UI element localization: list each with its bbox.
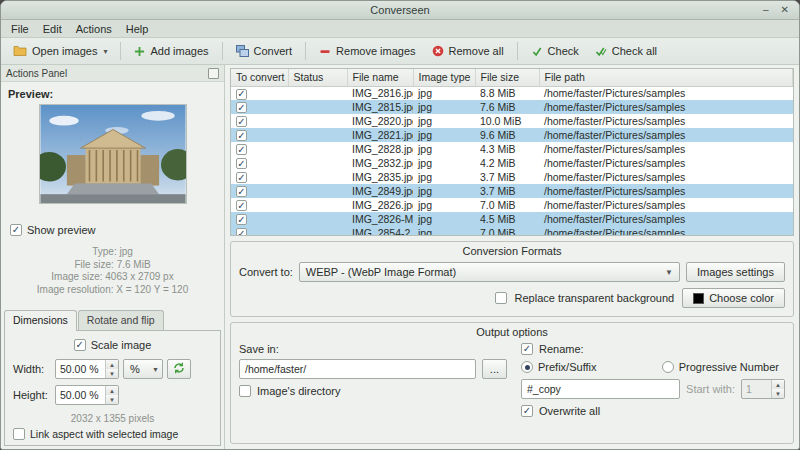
result-pixels-label: 2032 x 1355 pixels [13, 413, 212, 424]
file-row[interactable]: IMG_2849.jpgjpg3.7 MiB/home/faster/Pictu… [231, 184, 793, 198]
add-images-button[interactable]: Add images [127, 42, 215, 60]
tab-dimensions[interactable]: Dimensions [4, 310, 77, 331]
minimize-button[interactable]: – [763, 5, 769, 15]
prefix-suffix-radio[interactable] [521, 361, 533, 373]
spin-down-icon[interactable]: ▼ [772, 389, 784, 398]
to-convert-checkbox[interactable] [236, 172, 247, 183]
progressive-number-radio[interactable] [662, 361, 674, 373]
spin-up-icon[interactable]: ▲ [106, 360, 118, 369]
file-row[interactable]: IMG_2835.jpgjpg3.7 MiB/home/faster/Pictu… [231, 170, 793, 184]
file-cell: /home/faster/Pictures/samples [539, 142, 793, 156]
open-images-button[interactable]: Open images ▾ [6, 42, 114, 60]
to-convert-checkbox[interactable] [236, 102, 247, 113]
link-aspect-checkbox[interactable] [13, 428, 25, 440]
format-combo[interactable]: WEBP - (WebP Image Format) ▼ [299, 262, 680, 282]
to-convert-checkbox[interactable] [236, 144, 247, 155]
file-row[interactable]: IMG_2826-M...jpg4.5 MiB/home/faster/Pict… [231, 212, 793, 226]
height-label: Height: [13, 389, 51, 401]
file-cell-to-convert[interactable] [231, 226, 288, 236]
start-with-value: 1 [742, 380, 771, 398]
format-value: WEBP - (WebP Image Format) [306, 266, 456, 278]
column-header-status[interactable]: Status [288, 69, 347, 86]
reset-dimensions-button[interactable] [167, 359, 191, 379]
browse-button[interactable]: ... [482, 359, 507, 379]
to-convert-checkbox[interactable] [236, 130, 247, 141]
height-spinbox[interactable]: 50.00 % ▲▼ [55, 385, 119, 405]
to-convert-checkbox[interactable] [236, 158, 247, 169]
file-cell-to-convert[interactable] [231, 212, 288, 226]
file-cell-to-convert[interactable] [231, 170, 288, 184]
show-preview-checkbox[interactable] [10, 224, 22, 236]
file-row[interactable]: IMG_2828.jpgjpg4.3 MiB/home/faster/Pictu… [231, 142, 793, 156]
toolbar-separator [120, 42, 121, 60]
file-table[interactable]: To convert Status File name Image type F… [230, 68, 794, 236]
menu-actions[interactable]: Actions [69, 21, 119, 37]
convert-button[interactable]: Convert [229, 42, 300, 60]
remove-images-button[interactable]: Remove images [312, 42, 422, 60]
file-cell-to-convert[interactable] [231, 198, 288, 212]
width-value: 50.00 % [56, 360, 105, 378]
file-row[interactable]: IMG_2815.jpgjpg7.6 MiB/home/faster/Pictu… [231, 100, 793, 114]
file-cell-to-convert[interactable] [231, 100, 288, 114]
to-convert-checkbox[interactable] [236, 200, 247, 211]
start-with-spinbox[interactable]: 1 ▲▼ [741, 379, 785, 399]
choose-color-label: Choose color [709, 292, 774, 304]
spin-down-icon[interactable]: ▼ [106, 369, 118, 378]
spin-down-icon[interactable]: ▼ [106, 395, 118, 404]
check-button[interactable]: Check [524, 42, 586, 60]
spin-up-icon[interactable]: ▲ [106, 386, 118, 395]
column-header-file-path[interactable]: File path [539, 69, 793, 86]
width-spinbox[interactable]: 50.00 % ▲▼ [55, 359, 119, 379]
menu-file[interactable]: File [4, 21, 36, 37]
file-cell-to-convert[interactable] [231, 114, 288, 128]
tab-rotate-and-flip[interactable]: Rotate and flip [78, 310, 164, 330]
check-all-label: Check all [612, 45, 657, 57]
column-header-file-size[interactable]: File size [475, 69, 539, 86]
close-button[interactable]: ✕ [781, 5, 789, 15]
file-cell-to-convert[interactable] [231, 86, 288, 100]
unit-combo[interactable]: % ▼ [123, 359, 163, 379]
images-directory-label: Image's directory [257, 385, 340, 397]
choose-color-button[interactable]: Choose color [682, 288, 785, 308]
link-aspect-label: Link aspect with selected image [30, 428, 178, 440]
column-header-image-type[interactable]: Image type [413, 69, 475, 86]
rename-pattern-input[interactable]: #_copy [521, 379, 680, 399]
to-convert-checkbox[interactable] [236, 116, 247, 127]
file-row[interactable]: IMG_2816.jpgjpg8.8 MiB/home/faster/Pictu… [231, 86, 793, 100]
replace-transparent-checkbox[interactable] [495, 292, 507, 304]
show-preview-label: Show preview [27, 224, 95, 236]
menu-edit[interactable]: Edit [36, 21, 69, 37]
file-cell [288, 156, 347, 170]
rename-checkbox[interactable] [521, 343, 533, 355]
file-row[interactable]: IMG_2820.jpgjpg10.0 MiB/home/faster/Pict… [231, 114, 793, 128]
spin-up-icon[interactable]: ▲ [772, 380, 784, 389]
file-row[interactable]: IMG_2832.jpgjpg4.2 MiB/home/faster/Pictu… [231, 156, 793, 170]
column-header-file-name[interactable]: File name [347, 69, 413, 86]
column-header-to-convert[interactable]: To convert [231, 69, 288, 86]
scale-image-checkbox[interactable] [74, 339, 86, 351]
file-row[interactable]: IMG_2826.jpgjpg7.0 MiB/home/faster/Pictu… [231, 198, 793, 212]
to-convert-checkbox[interactable] [236, 89, 247, 100]
file-cell [288, 100, 347, 114]
to-convert-checkbox[interactable] [236, 228, 247, 236]
menu-help[interactable]: Help [119, 21, 156, 37]
remove-all-button[interactable]: Remove all [425, 42, 511, 60]
titlebar[interactable]: Converseen – ✕ [1, 1, 799, 20]
save-path-input[interactable]: /home/faster/ [239, 359, 476, 379]
file-cell: 7.0 MiB [475, 226, 539, 236]
check-all-button[interactable]: Check all [588, 42, 664, 60]
overwrite-all-checkbox[interactable] [521, 405, 533, 417]
images-settings-button[interactable]: Images settings [686, 262, 785, 282]
chevron-down-icon: ▼ [665, 268, 673, 277]
file-cell-to-convert[interactable] [231, 128, 288, 142]
prefix-suffix-label: Prefix/Suffix [538, 361, 597, 373]
file-cell-to-convert[interactable] [231, 142, 288, 156]
detach-panel-button[interactable] [208, 68, 219, 79]
images-directory-checkbox[interactable] [239, 385, 251, 397]
to-convert-checkbox[interactable] [236, 186, 247, 197]
file-row[interactable]: IMG_2854-2.j...jpg7.0 MiB/home/faster/Pi… [231, 226, 793, 236]
to-convert-checkbox[interactable] [236, 214, 247, 225]
file-row[interactable]: IMG_2821.jpgjpg9.6 MiB/home/faster/Pictu… [231, 128, 793, 142]
file-cell-to-convert[interactable] [231, 184, 288, 198]
file-cell-to-convert[interactable] [231, 156, 288, 170]
